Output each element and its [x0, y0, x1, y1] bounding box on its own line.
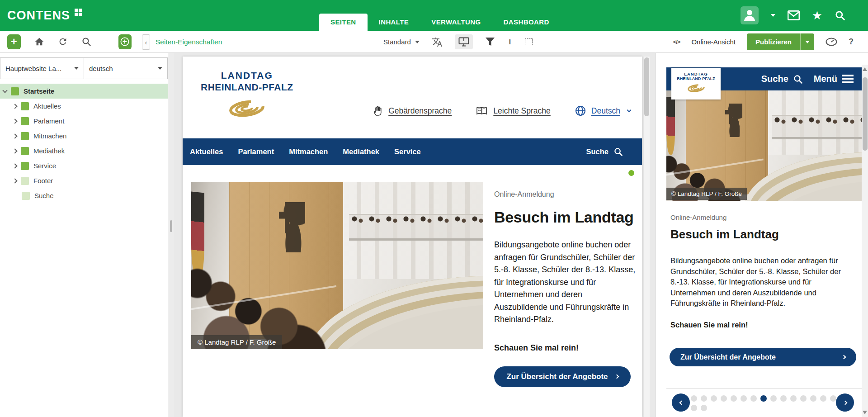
- carousel-dot[interactable]: [691, 395, 697, 402]
- chevron-down-icon: [627, 108, 632, 112]
- carousel-dot[interactable]: [731, 395, 737, 402]
- tree-item-suche[interactable]: Suche: [0, 188, 168, 203]
- selection-box-icon[interactable]: [525, 38, 533, 45]
- site-header: LANDTAG RHEINLAND-PFALZ Gebärdensprache: [183, 57, 642, 138]
- tree-item-mediathek[interactable]: Mediathek: [0, 143, 168, 158]
- favorites-star-icon[interactable]: ★: [812, 9, 822, 21]
- chevron-down-icon[interactable]: [2, 88, 7, 93]
- site-nav-search[interactable]: Suche: [586, 147, 633, 156]
- preview-scrollbar-thumb[interactable]: [644, 57, 649, 116]
- carousel-dot[interactable]: [701, 395, 707, 402]
- collapse-sidebar-button[interactable]: ‹: [142, 34, 150, 50]
- scroll-up-arrow-icon[interactable]: [863, 67, 867, 71]
- global-search-icon[interactable]: [835, 10, 845, 21]
- site-nav-mediathek[interactable]: Mediathek: [343, 147, 379, 156]
- plenary-hall-photo: © Landtag RLP / F. Große: [191, 182, 483, 349]
- help-icon[interactable]: ?: [849, 37, 854, 47]
- tab-verwaltung[interactable]: VERWALTUNG: [420, 14, 492, 31]
- mobile-hero-kicker: Online-Anmeldung: [670, 213, 726, 221]
- language-select[interactable]: deutsch: [84, 57, 168, 79]
- carousel-prev-button[interactable]: [672, 393, 690, 412]
- edit-indicator-dot[interactable]: [628, 170, 634, 176]
- chevron-right-icon[interactable]: [12, 104, 17, 109]
- mobile-search-link[interactable]: Suche: [761, 74, 803, 84]
- chevron-right-icon[interactable]: [12, 133, 17, 138]
- page-tree-sidebar: Hauptwebsite La... deutsch Startseite Ak…: [0, 53, 168, 417]
- carousel-next-button[interactable]: [836, 393, 854, 412]
- home-icon[interactable]: [34, 37, 44, 47]
- tree-search-icon[interactable]: [81, 37, 91, 47]
- splitter-grip[interactable]: [170, 220, 172, 232]
- chevron-right-icon[interactable]: [12, 118, 17, 123]
- tree-item-service[interactable]: Service: [0, 158, 168, 173]
- hero-body: Bildungsangebote online buchen oder anfr…: [494, 239, 636, 326]
- language-switch[interactable]: Deutsch: [575, 105, 631, 116]
- carousel-dot[interactable]: [810, 395, 816, 402]
- carousel-dot[interactable]: [721, 395, 727, 402]
- online-view-link[interactable]: Online-Ansicht: [691, 38, 736, 46]
- mobile-landtag-logo[interactable]: LANDTAG RHEINLAND-PFALZ: [671, 68, 721, 100]
- publish-menu-caret[interactable]: [800, 33, 814, 50]
- carousel-dot[interactable]: [770, 395, 777, 402]
- template-select[interactable]: Standard: [383, 38, 420, 46]
- carousel-dot[interactable]: [830, 395, 836, 402]
- carousel-divider: [666, 388, 862, 389]
- carousel-dot[interactable]: [750, 395, 757, 402]
- panel-scrollbar[interactable]: [862, 65, 868, 417]
- site-nav-mitmachen[interactable]: Mitmachen: [289, 147, 328, 156]
- site-nav-aktuelles[interactable]: Aktuelles: [190, 147, 223, 156]
- tree-item-startseite[interactable]: Startseite: [0, 84, 168, 99]
- page-icon: [21, 132, 29, 140]
- refresh-icon[interactable]: [58, 37, 68, 47]
- link-gebaerdensprache[interactable]: Gebärdensprache: [373, 105, 452, 116]
- carousel-dot[interactable]: [711, 395, 717, 402]
- carousel-dot[interactable]: [780, 395, 787, 402]
- scroll-down-arrow-icon[interactable]: [863, 411, 867, 414]
- carousel-dot[interactable]: [691, 405, 697, 411]
- carousel-dot[interactable]: [701, 405, 707, 411]
- chevron-right-icon[interactable]: [12, 148, 17, 153]
- hamburger-icon: [842, 73, 854, 85]
- user-avatar-button[interactable]: [741, 6, 759, 24]
- tab-dashboard[interactable]: DASHBOARD: [492, 14, 561, 31]
- add-circle-button[interactable]: [118, 34, 132, 49]
- panel-scrollbar-thumb[interactable]: [863, 77, 868, 151]
- chevron-right-icon[interactable]: [12, 163, 17, 168]
- user-menu-caret-icon[interactable]: [771, 14, 775, 17]
- tree-item-aktuelles[interactable]: Aktuelles: [0, 99, 168, 114]
- gauge-icon[interactable]: [826, 38, 837, 46]
- translate-icon[interactable]: [432, 37, 443, 47]
- info-icon[interactable]: i: [507, 38, 513, 47]
- landtag-logo[interactable]: LANDTAG RHEINLAND-PFALZ: [201, 70, 293, 121]
- carousel-dot[interactable]: [760, 395, 767, 402]
- tab-inhalte[interactable]: INHALTE: [368, 14, 420, 31]
- code-view-icon[interactable]: </>: [673, 38, 680, 45]
- tab-seiten[interactable]: SEITEN: [319, 14, 368, 31]
- header-meta-links: Gebärdensprache Leichte Sprache Deutsch: [373, 105, 631, 116]
- carousel-dot[interactable]: [820, 395, 826, 402]
- site-nav-parlament[interactable]: Parlament: [238, 147, 274, 156]
- carousel-dot[interactable]: [800, 395, 807, 402]
- contens-squares-icon: [75, 9, 82, 16]
- cta-button[interactable]: Zur Übersicht der Angebote: [494, 366, 631, 387]
- preview-scrollbar[interactable]: [644, 57, 650, 417]
- mobile-menu-button[interactable]: Menü: [814, 73, 854, 85]
- image-credit: © Landtag RLP / F. Große: [666, 188, 747, 200]
- link-leichte-sprache[interactable]: Leichte Sprache: [476, 106, 550, 116]
- mobile-cta-button[interactable]: Zur Übersicht der Angebote: [670, 348, 856, 366]
- tree-item-footer[interactable]: Footer: [0, 173, 168, 188]
- device-preview-icon[interactable]: [455, 34, 473, 49]
- carousel-dot[interactable]: [790, 395, 797, 402]
- chevron-right-icon[interactable]: [12, 178, 17, 183]
- add-page-button[interactable]: +: [7, 34, 21, 49]
- site-nav-service[interactable]: Service: [394, 147, 421, 156]
- filter-icon[interactable]: [485, 37, 495, 47]
- publish-button[interactable]: Publizieren: [747, 33, 800, 50]
- mail-icon[interactable]: [788, 10, 800, 20]
- panel-splitter[interactable]: [168, 53, 174, 417]
- tree-item-parlament[interactable]: Parlament: [0, 114, 168, 128]
- site-select[interactable]: Hauptwebsite La...: [0, 57, 84, 79]
- carousel-dot[interactable]: [741, 395, 747, 402]
- scene-balcony: [349, 214, 483, 241]
- tree-item-mitmachen[interactable]: Mitmachen: [0, 128, 168, 143]
